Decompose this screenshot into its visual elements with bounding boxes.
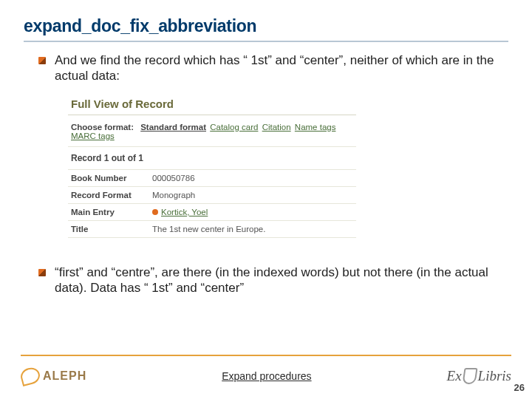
exlibris-text-b: Libris <box>478 368 511 384</box>
exlibris-logo: ExLibris <box>447 368 511 384</box>
record-count: Record 1 out of 1 <box>68 147 356 166</box>
record-table: Book Number 000050786 Record Format Mono… <box>68 169 356 238</box>
format-row: Choose format: Standard format Catalog c… <box>68 115 356 147</box>
sfx-dot-icon <box>152 209 158 215</box>
record-panel: Full View of Record Choose format: Stand… <box>68 93 356 238</box>
format-link-marc-tags[interactable]: MARC tags <box>71 132 115 140</box>
format-link-catalog-card[interactable]: Catalog card <box>210 123 258 132</box>
choose-format-label: Choose format: <box>71 123 134 132</box>
table-row: Book Number 000050786 <box>68 169 356 186</box>
main-entry-link[interactable]: Kortick, Yoel <box>161 208 208 216</box>
slide-footer: ALEPH Expand procedures ExLibris 26 <box>0 355 532 399</box>
record-header: Full View of Record <box>68 93 356 115</box>
bullet-icon <box>38 57 46 64</box>
format-link-citation[interactable]: Citation <box>262 123 291 132</box>
field-value: Kortick, Yoel <box>149 203 356 220</box>
table-row: Main Entry Kortick, Yoel <box>68 203 356 220</box>
bullet-1: And we find the record which has “ 1st” … <box>38 52 508 84</box>
field-value: 000050786 <box>149 169 356 186</box>
field-label: Book Number <box>68 169 149 186</box>
table-row: Title The 1st new center in Europe. <box>68 220 356 237</box>
bullet-2: “first” and “centre”, are there (in the … <box>38 265 508 296</box>
field-label: Title <box>68 220 149 237</box>
aleph-text: ALEPH <box>43 369 86 383</box>
title-divider <box>24 41 508 42</box>
page-number: 26 <box>514 382 525 393</box>
field-value: Monograph <box>149 186 356 203</box>
aleph-logo: ALEPH <box>21 368 86 384</box>
format-link-name-tags[interactable]: Name tags <box>295 123 336 132</box>
aleph-swirl-icon <box>19 366 42 386</box>
exlibris-glyph-icon <box>462 368 477 384</box>
bullet-icon <box>38 269 46 276</box>
footer-center-text: Expand procedures <box>222 370 311 382</box>
field-value: The 1st new center in Europe. <box>149 220 356 237</box>
format-selected: Standard format <box>140 123 206 132</box>
slide-title: expand_doc_fix_abbreviation <box>24 16 508 36</box>
field-label: Main Entry <box>68 203 149 220</box>
table-row: Record Format Monograph <box>68 186 356 203</box>
bullet-2-text: “first” and “centre”, are there (in the … <box>55 265 508 296</box>
field-label: Record Format <box>68 186 149 203</box>
bullet-1-text: And we find the record which has “ 1st” … <box>55 52 508 84</box>
exlibris-text-a: Ex <box>447 368 462 384</box>
